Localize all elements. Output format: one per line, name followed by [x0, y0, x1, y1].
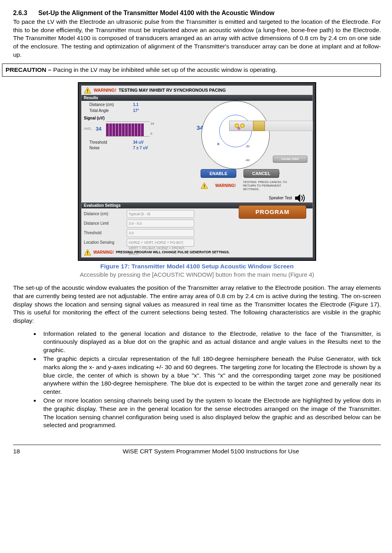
- bullet-list: Information related to the general locat…: [13, 330, 381, 430]
- noise-label: Noise: [84, 145, 133, 150]
- center-gsc-button[interactable]: Center GSC: [273, 156, 307, 163]
- section-title: Set-Up the Alignment of the Transmitter …: [39, 10, 274, 16]
- speaker-test[interactable]: Speaker Test: [269, 193, 306, 203]
- program-button[interactable]: PROGRAM: [239, 205, 306, 219]
- page-footer: 18 WiSE CRT System Programmer Model 5100…: [13, 447, 381, 456]
- figure-subcaption: Accessible by pressing the [ACOUSTIC WIN…: [78, 271, 316, 279]
- threshold-value: 34 uV: [133, 140, 144, 145]
- bar-tick-low: 0: [151, 132, 154, 136]
- list-item: The graphic depicts a circular represent…: [40, 355, 381, 396]
- eval-distance-select[interactable]: Typical (5 - 8): [127, 210, 194, 218]
- page-number: 18: [13, 447, 41, 456]
- section-heading: 2.6.3Set-Up the Alignment of the Transmi…: [13, 9, 381, 17]
- svg-text:!: !: [87, 250, 89, 255]
- svg-text:!: !: [204, 184, 205, 189]
- noise-value: 7 ± 7 uV: [133, 145, 148, 150]
- footer-title: WiSE CRT System Programmer Model 5100 In…: [41, 447, 381, 456]
- warning-icon: !: [84, 249, 91, 256]
- footer-rule: [13, 445, 381, 445]
- list-item: One or more location sensing channels be…: [40, 397, 381, 429]
- warning-icon: !: [84, 87, 91, 94]
- figure-screenshot: ! WARNING! TESTING MAY INHIBIT RV SYNCHR…: [78, 82, 316, 279]
- paragraph-setup: The set-up of the acoustic window evalua…: [13, 284, 381, 325]
- screen: ! WARNING! TESTING MAY INHIBIT RV SYNCHR…: [78, 82, 316, 261]
- testing-text: TESTING. PRESS CANCEL TO RETURN TO PERMA…: [243, 180, 291, 191]
- top-warning-bar: ! WARNING! TESTING MAY INHIBIT RV SYNCHR…: [81, 86, 313, 95]
- list-item: Information related to the general locat…: [40, 330, 381, 355]
- eval-dlimit-select[interactable]: 3.9 - 8.5: [127, 220, 194, 227]
- bottom-warning-bar: ! WARNING! PRESSING PROGRAM WILL CHANGE …: [81, 248, 313, 257]
- figure-caption: Figure 17: Transmitter Model 4100 Setup …: [78, 262, 316, 271]
- avg-label: AVG.: [84, 127, 96, 131]
- eval-threshold-select[interactable]: 3.0: [127, 229, 194, 237]
- transmitter-cable: [265, 121, 313, 131]
- eval-location-label: Location Sensing: [84, 240, 124, 245]
- speaker-test-label: Speaker Test: [269, 195, 292, 200]
- precaution-text: Pacing in the LV may be inhibited while …: [53, 66, 277, 73]
- precaution-label: PRECAUTION –: [6, 66, 53, 73]
- transmitter-battery: [253, 121, 265, 131]
- tick-minus-30: -30: [245, 145, 250, 149]
- enable-button[interactable]: ENABLE: [201, 169, 236, 178]
- bottom-warning-text: PRESSING PROGRAM WILL CHANGE PULSE GENER…: [116, 250, 230, 254]
- precaution-box: PRECAUTION – Pacing in the LV may be inh…: [2, 64, 381, 77]
- bottom-warning-title: WARNING!: [93, 250, 114, 255]
- warning-icon: !: [201, 182, 208, 189]
- top-warning-text: TESTING MAY INHIBIT RV SYNCHRONOUS PACIN…: [119, 87, 226, 93]
- svg-text:!: !: [87, 89, 89, 93]
- cancel-button[interactable]: CANCEL: [243, 169, 279, 178]
- angle-value: 17°: [133, 108, 139, 113]
- angle-label: Total Angle: [84, 108, 133, 113]
- distance-value: 1.1: [133, 102, 139, 107]
- secondary-warning-title: WARNING!: [215, 183, 236, 188]
- top-warning-title: WARNING!: [94, 87, 116, 93]
- tick-minus-60: -60: [245, 158, 250, 163]
- paragraph-intro: To pace the LV with the Electrode an ult…: [13, 18, 381, 59]
- threshold-label: Threshold: [84, 140, 133, 145]
- svg-marker-4: [295, 194, 300, 202]
- hemisphere-graphic: 34 × -30 -60 Center GSC: [193, 101, 301, 176]
- results-header: Results: [81, 95, 313, 101]
- signal-bars: [106, 121, 150, 137]
- eval-dlimit-label: Distance Limit: [84, 221, 124, 226]
- target-zone-circle: [219, 115, 252, 147]
- speaker-icon: [294, 193, 306, 203]
- eval-location-select[interactable]: HORIZ + VERT, HORIZ + PG-BAT, VERT + PG-…: [127, 239, 194, 247]
- target-x-mark: ×: [217, 141, 220, 148]
- bar-tick-high: 34: [151, 122, 154, 126]
- eval-threshold-label: Threshold: [84, 230, 124, 235]
- distance-label: Distance (cm): [84, 102, 133, 107]
- section-number: 2.6.3: [13, 10, 27, 16]
- signal-label: Signal (uV): [84, 116, 108, 121]
- avg-value: 34: [96, 125, 106, 132]
- eval-distance-label: Distance (cm): [84, 211, 124, 216]
